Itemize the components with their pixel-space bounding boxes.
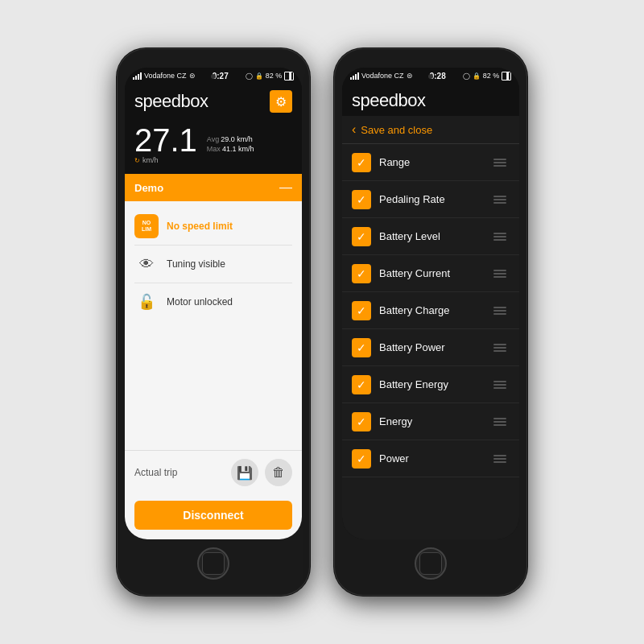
no-speed-limit-row: NOLIM No speed limit bbox=[134, 208, 292, 246]
settings-list: ✓ Range ✓ Pedaling Rate ✓ Battery Level … bbox=[342, 144, 519, 539]
gear-button-1[interactable]: ⚙ bbox=[270, 90, 292, 113]
wifi-icon-2: ⊜ bbox=[407, 72, 413, 80]
delete-trip-button[interactable]: 🗑 bbox=[265, 459, 292, 486]
setting-power-label: Power bbox=[379, 452, 490, 464]
setting-battery-charge-label: Battery Charge bbox=[379, 304, 490, 316]
app-title-1: speedbox bbox=[134, 91, 208, 112]
list-item[interactable]: ✓ Battery Charge bbox=[342, 292, 519, 329]
location-icon-1: ◯ bbox=[246, 72, 253, 80]
drag-handle-battery-level[interactable] bbox=[490, 229, 510, 244]
no-speed-limit-text: No speed limit bbox=[167, 221, 233, 232]
list-item[interactable]: ✓ Pedaling Rate bbox=[342, 181, 519, 218]
home-button-inner-1 bbox=[202, 552, 225, 575]
max-label: Max bbox=[207, 145, 221, 153]
motor-unlocked-text: Motor unlocked bbox=[167, 296, 233, 308]
list-item[interactable]: ✓ Battery Energy bbox=[342, 366, 519, 403]
drag-handle-power[interactable] bbox=[490, 452, 510, 466]
setting-energy-label: Energy bbox=[379, 415, 490, 427]
speed-value: 27.1 bbox=[134, 124, 197, 156]
save-trip-button[interactable]: 💾 bbox=[231, 459, 258, 486]
camera-dot bbox=[211, 74, 216, 79]
drag-handle-battery-current[interactable] bbox=[490, 266, 510, 281]
trip-icons: 💾 🗑 bbox=[231, 459, 292, 486]
collapse-icon: — bbox=[279, 180, 292, 195]
back-chevron-icon: ‹ bbox=[352, 122, 356, 137]
actual-trip-row: Actual trip 💾 🗑 bbox=[125, 450, 302, 494]
speed-stats: Avg 29.0 km/h Max 41.1 km/h bbox=[207, 135, 254, 153]
info-section: NOLIM No speed limit 👁 Tuning visible 🔓 … bbox=[125, 201, 302, 450]
back-label: Save and close bbox=[361, 124, 432, 136]
eye-icon: 👁 bbox=[134, 252, 159, 276]
camera-dot-2 bbox=[428, 74, 433, 79]
list-item[interactable]: ✓ Power bbox=[342, 440, 519, 477]
drag-handle-battery-charge[interactable] bbox=[490, 303, 510, 318]
disconnect-area: Disconnect bbox=[125, 494, 302, 539]
lock-open-icon: 🔓 bbox=[134, 290, 159, 314]
signal-bars-1 bbox=[133, 72, 142, 80]
home-button-1[interactable] bbox=[197, 547, 229, 580]
setting-battery-current-label: Battery Current bbox=[379, 267, 490, 279]
lock-icon-1: 🔒 bbox=[255, 72, 263, 80]
setting-battery-level-label: Battery Level bbox=[379, 230, 490, 242]
battery-1: 82 % bbox=[266, 72, 283, 80]
setting-battery-energy-label: Battery Energy bbox=[379, 378, 490, 390]
setting-battery-power-label: Battery Power bbox=[379, 341, 490, 353]
drag-handle-pedaling[interactable] bbox=[490, 192, 510, 207]
app-header-1: speedbox ⚙ bbox=[125, 84, 302, 118]
screen-1: speedbox ⚙ 27.1 ↻ km/h Avg 29.0 km/h bbox=[125, 84, 302, 539]
drag-handle-energy[interactable] bbox=[490, 415, 510, 429]
signal-bars-2 bbox=[350, 72, 359, 80]
drag-handle-range[interactable] bbox=[490, 155, 510, 170]
speed-unit: km/h bbox=[142, 156, 159, 164]
checkbox-pedaling: ✓ bbox=[352, 190, 371, 209]
no-limit-icon: NOLIM bbox=[134, 214, 159, 238]
refresh-icon: ↻ bbox=[134, 157, 140, 164]
speed-panel: 27.1 ↻ km/h Avg 29.0 km/h Max 41.1 km/h bbox=[125, 118, 302, 174]
tuning-visible-text: Tuning visible bbox=[167, 258, 225, 270]
avg-label: Avg bbox=[207, 135, 219, 143]
drag-handle-battery-energy[interactable] bbox=[490, 378, 510, 392]
back-row[interactable]: ‹ Save and close bbox=[342, 116, 519, 144]
setting-pedaling-label: Pedaling Rate bbox=[379, 193, 490, 205]
carrier-2: Vodafone CZ bbox=[361, 72, 404, 80]
trip-label: Actual trip bbox=[134, 467, 177, 478]
setting-range-label: Range bbox=[379, 156, 490, 168]
lock-icon-2: 🔒 bbox=[473, 72, 481, 80]
list-item[interactable]: ✓ Battery Level bbox=[342, 218, 519, 255]
max-value: 41.1 km/h bbox=[222, 145, 254, 153]
checkbox-battery-power: ✓ bbox=[352, 338, 371, 357]
checkbox-battery-charge: ✓ bbox=[352, 301, 371, 320]
wifi-icon-1: ⊜ bbox=[189, 72, 196, 80]
phone-bottom-1 bbox=[125, 539, 302, 588]
app-title-2: speedbox bbox=[352, 90, 425, 111]
list-item[interactable]: ✓ Energy bbox=[342, 403, 519, 440]
screen-2: speedbox ‹ Save and close ✓ Range ✓ Peda… bbox=[342, 84, 519, 539]
demo-label: Demo bbox=[134, 182, 163, 194]
tuning-visible-row: 👁 Tuning visible bbox=[134, 246, 292, 283]
motor-unlocked-row: 🔓 Motor unlocked bbox=[134, 283, 292, 320]
checkbox-battery-current: ✓ bbox=[352, 264, 371, 283]
checkbox-power: ✓ bbox=[352, 449, 371, 469]
list-item[interactable]: ✓ Range bbox=[342, 144, 519, 181]
phone-bottom-2 bbox=[342, 539, 519, 588]
carrier-1: Vodafone CZ bbox=[144, 72, 187, 80]
home-button-2[interactable] bbox=[415, 547, 447, 580]
disconnect-button[interactable]: Disconnect bbox=[134, 501, 292, 530]
location-icon-2: ◯ bbox=[463, 72, 470, 80]
demo-section[interactable]: Demo — bbox=[125, 174, 302, 201]
drag-handle-battery-power[interactable] bbox=[490, 341, 510, 355]
checkbox-battery-level: ✓ bbox=[352, 227, 371, 246]
checkbox-battery-energy: ✓ bbox=[352, 375, 371, 394]
app-header-2: speedbox bbox=[342, 84, 519, 116]
home-button-inner-2 bbox=[419, 552, 442, 575]
checkbox-energy: ✓ bbox=[352, 412, 371, 431]
list-item[interactable]: ✓ Battery Current bbox=[342, 255, 519, 292]
battery-2: 82 % bbox=[483, 72, 500, 80]
checkbox-range: ✓ bbox=[352, 153, 371, 172]
avg-value: 29.0 km/h bbox=[221, 135, 253, 143]
phone-1: Vodafone CZ ⊜ 9:27 ◯ 🔒 82 % ▐ speedbox ⚙… bbox=[117, 48, 310, 596]
phone-2: Vodafone CZ ⊜ 9:28 ◯ 🔒 82 % ▐ speedbox ‹… bbox=[334, 48, 527, 596]
list-item[interactable]: ✓ Battery Power bbox=[342, 329, 519, 366]
